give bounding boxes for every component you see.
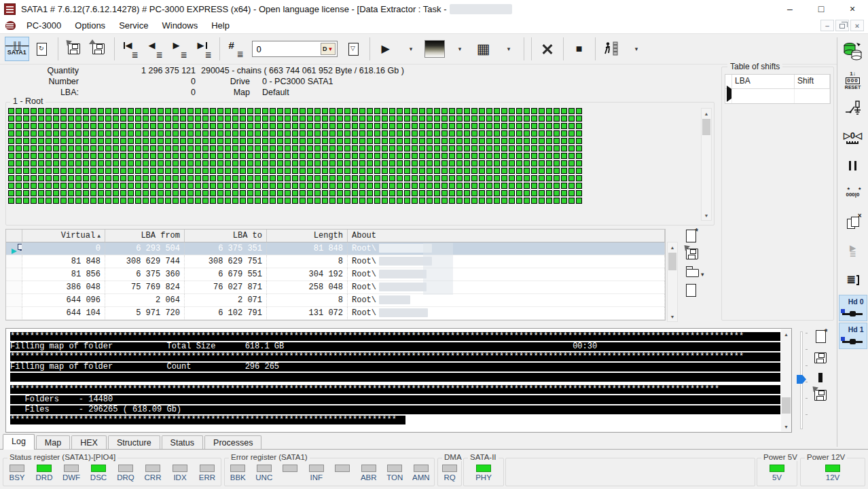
map-cell[interactable] — [38, 115, 44, 122]
map-cell[interactable] — [83, 153, 89, 159]
map-cell[interactable] — [68, 145, 74, 151]
map-cell[interactable] — [187, 175, 194, 181]
map-cell[interactable] — [173, 183, 179, 189]
map-cell[interactable] — [404, 123, 410, 129]
map-cell[interactable] — [456, 138, 463, 144]
start-read-button[interactable]: ▶ — [374, 37, 397, 61]
map-cell[interactable] — [382, 123, 388, 129]
map-cell[interactable] — [210, 160, 216, 166]
map-cell[interactable] — [23, 130, 29, 137]
map-cell[interactable] — [120, 190, 126, 196]
map-cell[interactable] — [247, 123, 253, 129]
map-cell[interactable] — [359, 190, 365, 196]
tab-log[interactable]: Log — [3, 434, 35, 450]
map-cell[interactable] — [8, 115, 14, 122]
map-cell[interactable] — [322, 153, 328, 159]
map-cell[interactable] — [539, 183, 545, 189]
map-cell[interactable] — [501, 153, 507, 159]
map-cell[interactable] — [225, 198, 231, 204]
map-cell[interactable] — [128, 138, 134, 144]
map-cell[interactable] — [232, 123, 238, 129]
map-cell[interactable] — [285, 168, 291, 174]
map-cell[interactable] — [158, 108, 164, 114]
map-cell[interactable] — [225, 168, 231, 174]
map-cell[interactable] — [359, 153, 365, 159]
scroll-thumb[interactable] — [668, 253, 676, 270]
map-cell[interactable] — [314, 130, 321, 137]
map-cell[interactable] — [150, 138, 156, 144]
map-cell[interactable] — [434, 190, 440, 196]
map-cell[interactable] — [120, 115, 126, 122]
map-cell[interactable] — [128, 198, 134, 204]
map-cell[interactable] — [486, 115, 492, 122]
map-cell[interactable] — [225, 145, 231, 151]
map-cell[interactable] — [352, 175, 358, 181]
map-cell[interactable] — [509, 138, 515, 144]
map-cell[interactable] — [539, 115, 545, 122]
map-cell[interactable] — [277, 145, 283, 151]
map-cell[interactable] — [524, 123, 530, 129]
map-cell[interactable] — [83, 183, 89, 189]
map-cell[interactable] — [382, 175, 388, 181]
map-cell[interactable] — [285, 130, 291, 137]
map-cell[interactable] — [494, 108, 500, 114]
map-cell[interactable] — [367, 123, 373, 129]
map-cell[interactable] — [531, 160, 537, 166]
map-cell[interactable] — [277, 115, 283, 122]
map-cell[interactable] — [367, 138, 373, 144]
map-cell[interactable] — [516, 138, 522, 144]
map-cell[interactable] — [389, 153, 395, 159]
map-cell[interactable] — [352, 138, 358, 144]
map-cell[interactable] — [471, 130, 477, 137]
map-cell[interactable] — [546, 108, 552, 114]
map-cell[interactable] — [143, 198, 149, 204]
table-scrollbar[interactable]: ▲ ▼ — [667, 242, 678, 322]
map-cell[interactable] — [434, 108, 440, 114]
map-cell[interactable] — [217, 123, 223, 129]
map-cell[interactable] — [307, 153, 313, 159]
map-cell[interactable] — [255, 168, 261, 174]
map-cell[interactable] — [509, 190, 515, 196]
map-cell[interactable] — [359, 175, 365, 181]
menu-item-pc-3000[interactable]: PC-3000 — [20, 18, 68, 33]
map-cell[interactable] — [404, 130, 410, 137]
table-row[interactable]: 386 04875 769 82476 027 871258 048Root\ — [6, 281, 665, 294]
map-cell[interactable] — [539, 138, 545, 144]
map-cell[interactable] — [255, 153, 261, 159]
map-cell[interactable] — [83, 130, 89, 137]
map-cell[interactable] — [53, 198, 59, 204]
map-cell[interactable] — [8, 123, 14, 129]
map-cell[interactable] — [524, 130, 530, 137]
map-cell[interactable] — [509, 115, 515, 122]
map-cell[interactable] — [337, 145, 343, 151]
map-cell[interactable] — [300, 138, 306, 144]
map-cell[interactable] — [568, 183, 575, 189]
map-cell[interactable] — [187, 108, 194, 114]
map-cell[interactable] — [143, 160, 149, 166]
map-cell[interactable] — [509, 168, 515, 174]
map-cell[interactable] — [464, 130, 470, 137]
map-cell[interactable] — [53, 168, 59, 174]
map-cell[interactable] — [255, 183, 261, 189]
map-cell[interactable] — [576, 183, 582, 189]
map-cell[interactable] — [90, 145, 96, 151]
map-cell[interactable] — [135, 138, 141, 144]
map-cell[interactable] — [322, 175, 328, 181]
map-cell[interactable] — [255, 108, 261, 114]
map-cell[interactable] — [285, 183, 291, 189]
map-cell[interactable] — [494, 175, 500, 181]
map-cell[interactable] — [464, 160, 470, 166]
map-cell[interactable] — [75, 145, 82, 151]
map-cell[interactable] — [419, 123, 425, 129]
map-cell[interactable] — [546, 175, 552, 181]
map-cell[interactable] — [539, 175, 545, 181]
map-cell[interactable] — [546, 145, 552, 151]
map-cell[interactable] — [128, 145, 134, 151]
map-cell[interactable] — [561, 160, 567, 166]
map-cell[interactable] — [53, 145, 59, 151]
map-cell[interactable] — [531, 123, 537, 129]
map-cell[interactable] — [202, 168, 209, 174]
map-cell[interactable] — [75, 160, 82, 166]
map-cell[interactable] — [135, 160, 141, 166]
map-cell[interactable] — [337, 108, 343, 114]
